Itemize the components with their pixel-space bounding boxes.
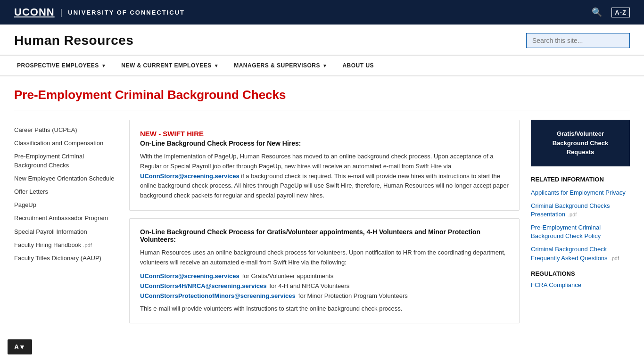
volunteer-box: On-Line Background Check Process for Gra…: [129, 218, 520, 323]
sidebar-item-career-paths[interactable]: Career Paths (UCPEA): [14, 123, 118, 137]
pdf-tag: .pdf: [609, 255, 619, 261]
uconn-logo[interactable]: UCONN: [14, 6, 55, 18]
logo-divider: |: [60, 8, 63, 17]
site-header: Human Resources: [0, 25, 644, 55]
gratis-email-link[interactable]: UConnStorrs@screening.services: [140, 272, 239, 280]
sidebar-item-special-payroll[interactable]: Special Payroll Information: [14, 225, 118, 239]
related-link-fcra[interactable]: FCRA Compliance: [531, 281, 630, 289]
box1-heading: On-Line Background Check Process for New…: [140, 140, 509, 147]
gratis-label: for Gratis/Volunteer appointments: [242, 272, 334, 280]
nav-label: MANAGERS & SUPERVISORS: [234, 62, 320, 69]
box1-body: With the implementation of PageUp, Human…: [140, 152, 509, 201]
nav-label: PROSPECTIVE EMPLOYEES: [17, 62, 99, 69]
chevron-down-icon: ▼: [322, 63, 327, 68]
nav-new-current-employees[interactable]: NEW & CURRENT EMPLOYEES ▼: [114, 56, 226, 75]
minors-email-link[interactable]: UConnStorrsProtectionofMinors@screening.…: [140, 292, 296, 299]
box2-heading: On-Line Background Check Process for Gra…: [140, 228, 509, 243]
sidebar-item-offer-letters[interactable]: Offer Letters: [14, 185, 118, 198]
sidebar-item-orientation[interactable]: New Employee Orientation Schedule: [14, 172, 118, 185]
volunteer-background-check-button[interactable]: Gratis/VolunteerBackground CheckRequests: [531, 120, 630, 166]
top-navigation-bar: UCONN | UNIVERSITY OF CONNECTICUT 🔍 A-Z: [0, 0, 644, 25]
pdf-tag: .pdf: [83, 242, 91, 248]
regulations-heading: Regulations: [531, 270, 630, 277]
4h-email-link[interactable]: UConnStorrs4H/NRCA@screening.services: [140, 282, 266, 289]
email-item-gratis: UConnStorrs@screening.services for Grati…: [140, 272, 509, 280]
right-sidebar: Gratis/VolunteerBackground CheckRequests…: [531, 120, 630, 331]
accessibility-badge[interactable]: A▼: [8, 339, 32, 342]
related-info-heading: RELATED INFORMATION: [531, 176, 630, 183]
related-link-applicants-privacy[interactable]: Applicants for Employment Privacy: [531, 189, 630, 197]
new-badge: NEW - SWIFT HIRE: [140, 130, 509, 138]
swift-hire-email-link[interactable]: UConnStorrs@screening.services: [140, 173, 239, 180]
main-navigation: PROSPECTIVE EMPLOYEES ▼ NEW & CURRENT EM…: [0, 55, 644, 76]
sidebar-item-faculty-titles[interactable]: Faculty Titles Dictionary (AAUP): [14, 252, 118, 265]
top-bar-actions: 🔍 A-Z: [592, 7, 630, 17]
content-columns: Career Paths (UCPEA) Classification and …: [14, 120, 630, 331]
box2-footer: This e-mail will provide volunteers with…: [140, 304, 509, 314]
page-content: Pre-Employment Criminal Background Check…: [0, 76, 644, 342]
nav-label: ABOUT US: [342, 62, 374, 69]
chevron-down-icon: ▼: [101, 63, 106, 68]
email-item-minors: UConnStorrsProtectionofMinors@screening.…: [140, 292, 509, 299]
site-title: Human Resources: [14, 33, 133, 48]
sidebar-item-faculty-handbook[interactable]: Faculty Hiring Handbook.pdf: [14, 239, 118, 252]
email-list: UConnStorrs@screening.services for Grati…: [140, 272, 509, 299]
nav-managers-supervisors[interactable]: MANAGERS & SUPERVISORS ▼: [226, 56, 335, 75]
sidebar-item-recruitment[interactable]: Recruitment Ambassador Program: [14, 212, 118, 225]
sidebar-item-pageup[interactable]: PageUp: [14, 198, 118, 212]
nav-label: NEW & CURRENT EMPLOYEES: [121, 62, 212, 69]
related-link-criminal-bg-policy[interactable]: Pre-Employment Criminal Background Check…: [531, 223, 630, 240]
swift-hire-box: NEW - SWIFT HIRE On-Line Background Chec…: [129, 120, 520, 211]
chevron-down-icon: ▼: [214, 63, 219, 68]
az-index-link[interactable]: A-Z: [611, 8, 630, 17]
related-link-criminal-bg-presentation[interactable]: Criminal Background Checks Presentation …: [531, 202, 630, 219]
nav-prospective-employees[interactable]: PROSPECTIVE EMPLOYEES ▼: [9, 56, 114, 75]
university-name: UNIVERSITY OF CONNECTICUT: [68, 9, 185, 16]
4h-label: for 4-H and NRCA Volunteers: [269, 282, 349, 289]
content-divider: [14, 110, 630, 110]
box2-intro: Human Resources uses an online backgroun…: [140, 248, 509, 268]
sidebar-item-criminal-bg[interactable]: Pre-Employment Criminal Background Check…: [14, 150, 118, 172]
page-title: Pre-Employment Criminal Background Check…: [14, 88, 630, 102]
main-content-area: NEW - SWIFT HIRE On-Line Background Chec…: [129, 120, 520, 331]
sidebar-item-classification[interactable]: Classification and Compensation: [14, 137, 118, 150]
minors-label: for Minor Protection Program Volunteers: [298, 292, 408, 299]
volunteer-btn-label: Gratis/VolunteerBackground CheckRequests: [553, 130, 608, 156]
search-icon[interactable]: 🔍: [592, 7, 602, 17]
left-sidebar: Career Paths (UCPEA) Classification and …: [14, 120, 118, 331]
logo-area: UCONN | UNIVERSITY OF CONNECTICUT: [14, 6, 185, 18]
nav-about-us[interactable]: ABOUT US: [335, 56, 381, 75]
pdf-tag: .pdf: [567, 212, 577, 217]
email-item-4h: UConnStorrs4H/NRCA@screening.services fo…: [140, 282, 509, 289]
search-input[interactable]: [526, 33, 630, 48]
related-link-criminal-bg-faq[interactable]: Criminal Background Check Frequently Ask…: [531, 245, 630, 262]
